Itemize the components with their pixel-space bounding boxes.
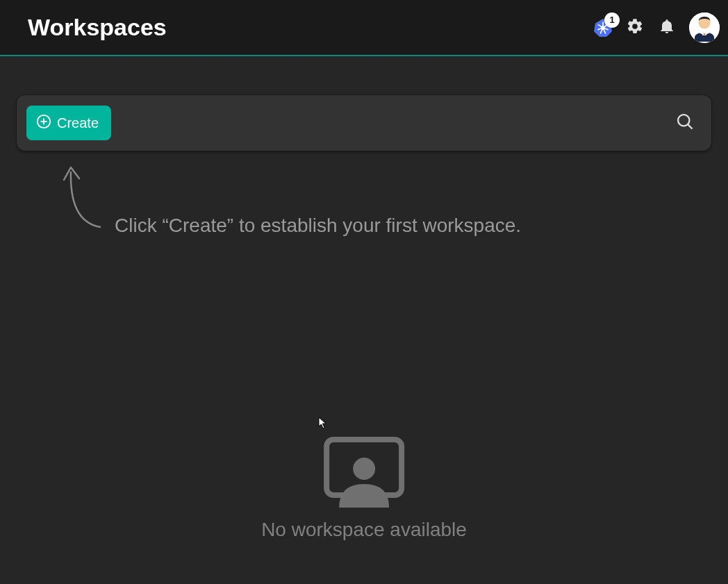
- content-inner: Create Click “Create” to establish your …: [0, 95, 728, 584]
- header-actions: 1: [593, 12, 720, 43]
- search-icon: [675, 112, 695, 134]
- cluster-button[interactable]: 1: [593, 18, 613, 37]
- empty-text: No workspace available: [261, 519, 467, 541]
- search-button[interactable]: [674, 112, 696, 134]
- bell-icon: [659, 18, 675, 37]
- svg-point-15: [678, 115, 689, 126]
- toolbar: Create: [17, 95, 711, 151]
- settings-button[interactable]: [625, 18, 645, 37]
- cluster-count-badge: 1: [604, 12, 620, 28]
- svg-point-18: [353, 458, 375, 480]
- app-header: Workspaces 1: [0, 0, 728, 56]
- empty-workspace-icon: [322, 435, 406, 519]
- user-avatar[interactable]: [689, 12, 720, 43]
- create-button[interactable]: Create: [26, 106, 111, 140]
- notifications-button[interactable]: [657, 18, 677, 37]
- avatar-icon: [689, 12, 720, 43]
- arrow-up-curve-icon: [56, 223, 111, 235]
- plus-circle-icon: [36, 114, 51, 133]
- content-area: Create Click “Create” to establish your …: [0, 56, 728, 584]
- svg-line-16: [688, 124, 692, 128]
- create-button-label: Create: [57, 115, 99, 131]
- page-title: Workspaces: [28, 14, 167, 41]
- hint-text: Click “Create” to establish your first w…: [115, 215, 728, 237]
- onboarding-hint: Click “Create” to establish your first w…: [56, 163, 728, 237]
- gear-icon: [626, 17, 644, 38]
- empty-state: No workspace available: [261, 435, 467, 541]
